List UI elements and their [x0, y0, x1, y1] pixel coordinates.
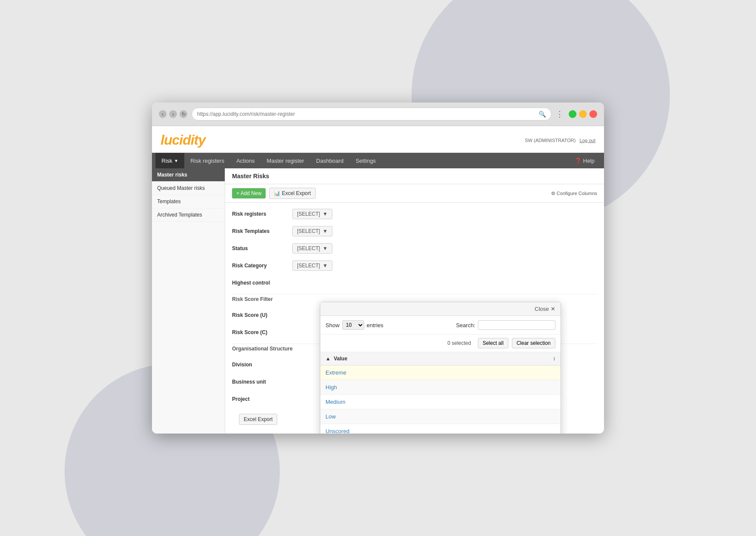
dropdown-controls: Show 10 25 50 100 entries Search: [320, 316, 561, 335]
filter-row-risk-registers: Risk registers [SELECT] ▼ [232, 207, 597, 221]
browser-menu-icon[interactable]: ⋮ [556, 109, 564, 119]
filter-label-risk-templates: Risk Templates [232, 228, 292, 234]
table-cell-low[interactable]: Low [320, 409, 561, 424]
filter-row-highest-control: Highest control [232, 276, 597, 290]
nav-item-risk-registers[interactable]: Risk registers [184, 153, 230, 168]
sidebar-item-templates[interactable]: Templates [152, 195, 225, 208]
nav-item-risk[interactable]: Risk ▼ [155, 153, 184, 168]
table-row[interactable]: Unscored [320, 424, 561, 434]
toolbar-left: + Add New 📊 Excel Export [232, 188, 316, 199]
browser-reload-button[interactable]: ↻ [180, 110, 187, 118]
nav-item-settings[interactable]: Settings [350, 153, 382, 168]
entries-label: entries [367, 322, 384, 328]
search-icon: 🔍 [539, 111, 546, 118]
main-layout: Master risks Queued Master risks Templat… [152, 168, 604, 434]
nav-dropdown-icon: ▼ [174, 158, 178, 163]
search-area: Search: [456, 320, 555, 330]
bottom-excel-export-button[interactable]: Excel Export [239, 414, 277, 425]
add-new-button[interactable]: + Add New [232, 188, 266, 198]
search-label: Search: [456, 322, 475, 328]
dropdown-table-body: Extreme High Medium Low [320, 366, 561, 434]
nav-item-master-register[interactable]: Master register [261, 153, 310, 168]
app-logo: lucidity [161, 132, 205, 148]
selection-controls: 0 selected Select all Clear selection [320, 335, 561, 352]
show-entries-control: Show 10 25 50 100 entries [325, 320, 384, 330]
show-label: Show [325, 322, 340, 328]
close-button[interactable]: Close ✕ [535, 306, 555, 312]
close-icon: ✕ [551, 306, 555, 312]
browser-nav-buttons: ‹ › ↻ [159, 110, 187, 118]
app-content: lucidity SW (ADMINISTRATOR) Log out Risk… [152, 126, 604, 434]
browser-window: ‹ › ↻ 🔍 ⋮ lucidity SW (ADMINISTRATOR) Lo… [152, 102, 604, 434]
filter-label-risk-registers: Risk registers [232, 211, 292, 217]
sidebar: Master risks Queued Master risks Templat… [152, 168, 225, 434]
configure-columns-button[interactable]: ⚙ Configure Columns [551, 191, 597, 196]
filter-row-risk-templates: Risk Templates [SELECT] ▼ [232, 224, 597, 238]
dropdown-table: ▲ Value ↕ Extreme High [320, 352, 561, 434]
table-row[interactable]: Low [320, 409, 561, 424]
chevron-down-icon-4: ▼ [322, 263, 328, 269]
window-control-green[interactable] [569, 110, 576, 118]
table-cell-high[interactable]: High [320, 380, 561, 395]
nav-item-dashboard[interactable]: Dashboard [310, 153, 350, 168]
page-title: Master Risks [232, 173, 269, 180]
window-controls [569, 110, 597, 118]
risk-templates-select[interactable]: [SELECT] ▼ [292, 226, 332, 236]
table-cell-medium[interactable]: Medium [320, 395, 561, 409]
page-header: Master Risks [225, 168, 604, 184]
sort-icon: ▲ [325, 356, 331, 362]
chevron-down-icon-2: ▼ [322, 228, 328, 234]
sidebar-item-queued-master-risks[interactable]: Queued Master risks [152, 182, 225, 195]
filter-label-project: Project [232, 396, 292, 402]
bottom-excel-export-container: Excel Export [239, 414, 277, 425]
table-cell-extreme[interactable]: Extreme [320, 366, 561, 380]
select-all-button[interactable]: Select all [478, 338, 508, 348]
search-input[interactable] [478, 320, 555, 330]
filter-label-risk-score-c: Risk Score (C) [232, 329, 292, 335]
logout-link[interactable]: Log out [579, 138, 595, 143]
sidebar-item-archived-templates[interactable]: Archived Templates [152, 208, 225, 222]
table-row[interactable]: Medium [320, 395, 561, 409]
browser-chrome: ‹ › ↻ 🔍 ⋮ [152, 102, 604, 126]
sort-down-icon: ↕ [553, 356, 555, 362]
user-label: SW (ADMINISTRATOR) [525, 138, 576, 143]
filter-label-business-unit: Business unit [232, 379, 292, 385]
filter-label-status: Status [232, 245, 292, 251]
browser-address-bar[interactable]: 🔍 [192, 108, 552, 121]
chevron-down-icon: ▼ [322, 211, 328, 217]
user-info: SW (ADMINISTRATOR) Log out [525, 138, 595, 143]
chevron-down-icon-3: ▼ [322, 245, 328, 251]
table-cell-unscored[interactable]: Unscored [320, 424, 561, 434]
filter-row-risk-category: Risk Category [SELECT] ▼ [232, 259, 597, 273]
address-input[interactable] [197, 111, 535, 117]
clear-selection-button[interactable]: Clear selection [512, 338, 555, 348]
window-control-yellow[interactable] [579, 110, 587, 118]
nav-bar: Risk ▼ Risk registers Actions Master reg… [152, 153, 604, 168]
sidebar-item-master-risks[interactable]: Master risks [152, 168, 225, 182]
excel-export-button[interactable]: 📊 Excel Export [269, 188, 316, 199]
risk-category-select[interactable]: [SELECT] ▼ [292, 260, 332, 271]
window-control-red[interactable] [589, 110, 597, 118]
content-area: Master Risks + Add New 📊 Excel Export ⚙ … [225, 168, 604, 434]
status-select[interactable]: [SELECT] ▼ [292, 243, 332, 254]
filter-label-highest-control: Highest control [232, 280, 292, 286]
filter-label-risk-category: Risk Category [232, 263, 292, 269]
risk-registers-select[interactable]: [SELECT] ▼ [292, 209, 332, 219]
filter-label-risk-score-u: Risk Score (U) [232, 312, 292, 318]
browser-back-button[interactable]: ‹ [159, 110, 167, 118]
app-header: lucidity SW (ADMINISTRATOR) Log out [152, 126, 604, 153]
browser-forward-button[interactable]: › [169, 110, 177, 118]
table-row[interactable]: Extreme [320, 366, 561, 380]
table-row[interactable]: High [320, 380, 561, 395]
table-header-value[interactable]: ▲ Value ↕ [320, 352, 561, 366]
filter-label-division: Division [232, 362, 292, 368]
dropdown-header: Close ✕ [320, 302, 561, 316]
toolbar: + Add New 📊 Excel Export ⚙ Configure Col… [225, 184, 604, 203]
entries-select[interactable]: 10 25 50 100 [342, 320, 364, 330]
nav-item-actions[interactable]: Actions [230, 153, 261, 168]
dropdown-modal: Close ✕ Show 10 25 50 100 [320, 302, 561, 434]
filter-row-status: Status [SELECT] ▼ [232, 242, 597, 255]
selected-count: 0 selected [447, 340, 471, 346]
nav-help[interactable]: ❓ Help [569, 153, 601, 168]
